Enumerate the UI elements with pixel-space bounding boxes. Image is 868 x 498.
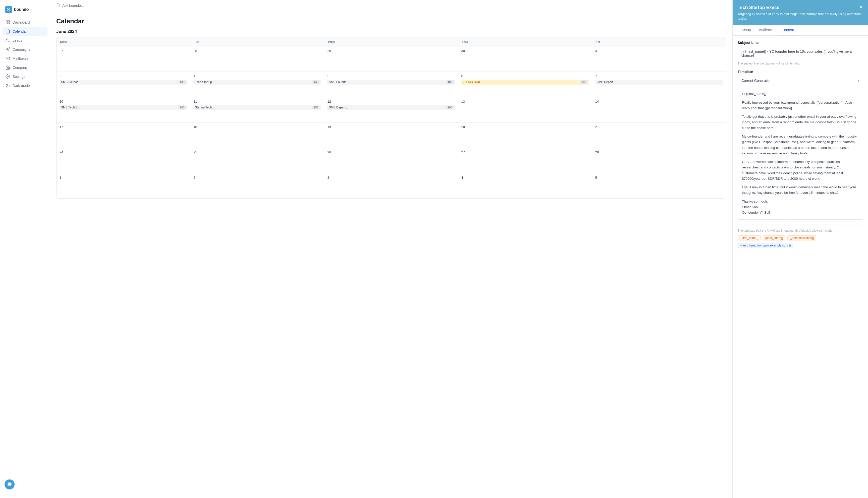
cell-date: 4: [193, 74, 321, 78]
chat-button[interactable]: [4, 480, 15, 489]
cell-date: 2: [193, 176, 321, 180]
tab-audience[interactable]: Audience: [755, 25, 778, 35]
cell-date: 25: [193, 150, 321, 154]
calendar-cell-3-4[interactable]: 21: [592, 122, 726, 148]
calendar-cell-2-0[interactable]: 10SMB Tech B...100: [56, 97, 190, 122]
calendar-cell-5-2[interactable]: 3: [324, 173, 458, 198]
sidebar-nav: Dashboard Calendar Leads Campaigns: [0, 18, 50, 475]
var-personalization[interactable]: {{personalization}}: [787, 235, 816, 240]
email-paragraph: I get if now is a bad time, but it would…: [742, 184, 859, 196]
cell-date: 3: [60, 74, 187, 78]
calendar-cell-2-2[interactable]: 12SMB Depart...100: [324, 97, 458, 122]
logo-text: boundo: [14, 7, 29, 12]
cell-date: 6: [462, 74, 589, 78]
sidebar-item-mailboxes[interactable]: Mailboxes: [2, 54, 48, 63]
calendar-event[interactable]: Startup Tech...150: [193, 105, 321, 110]
cell-date: 20: [462, 125, 589, 129]
cell-date: 12: [327, 100, 455, 103]
tab-setup[interactable]: Setup: [738, 25, 755, 35]
event-count: 143: [312, 80, 320, 84]
email-paragraph: Hi {{first_name}},: [742, 91, 859, 97]
search-input[interactable]: [62, 3, 113, 8]
svg-point-9: [7, 39, 8, 40]
calendar-cell-0-4[interactable]: 31: [592, 47, 726, 71]
calendar-cell-2-4[interactable]: 14: [592, 97, 726, 122]
cell-date: 5: [595, 176, 723, 180]
header-thu: Thu: [458, 37, 592, 46]
calendar-cell-3-3[interactable]: 20: [458, 122, 592, 148]
calendar-cell-0-2[interactable]: 29: [324, 47, 458, 71]
calendar-cell-4-1[interactable]: 25: [190, 148, 324, 173]
megaphone-icon: [5, 47, 10, 52]
cell-date: 4: [462, 176, 589, 180]
calendar-cell-5-0[interactable]: 1: [56, 173, 190, 198]
header-mon: Mon: [56, 37, 190, 46]
calendar-cell-4-4[interactable]: 28: [592, 148, 726, 173]
calendar-event[interactable]: ⚠ SMB Own...100: [462, 80, 589, 84]
calendar-event[interactable]: SMB Depart...: [595, 80, 723, 84]
sidebar-item-dashboard[interactable]: Dashboard: [2, 18, 48, 27]
calendar-cell-5-1[interactable]: 2: [190, 173, 324, 198]
logo: boundo: [0, 4, 50, 18]
subject-line-value[interactable]: hi {{first_name}} - YC founder here to 1…: [738, 47, 863, 60]
sidebar-item-leads[interactable]: Leads: [2, 36, 48, 45]
cell-date: 31: [595, 49, 723, 53]
calendar-cell-1-2[interactable]: 5SMB Founde...100: [324, 72, 458, 97]
sidebar-item-campaigns[interactable]: Campaigns: [2, 45, 48, 54]
sidebar-item-company[interactable]: Company: [2, 63, 48, 72]
calendar-cell-3-2[interactable]: 19: [324, 122, 458, 148]
calendar-event[interactable]: SMB Founde...100: [327, 80, 455, 84]
calendar-row-1: 3SMB Founde...1004Tech Startup...1435SMB…: [56, 72, 726, 97]
sidebar-item-darkmode[interactable]: Dark mode: [2, 81, 48, 90]
calendar-cell-3-0[interactable]: 17: [56, 122, 190, 148]
sidebar-item-calendar[interactable]: Calendar: [2, 27, 48, 36]
calendar-cell-3-1[interactable]: 18: [190, 122, 324, 148]
cell-date: 10: [60, 100, 187, 103]
calendar-cell-0-3[interactable]: 30: [458, 47, 592, 71]
calendar-cell-0-1[interactable]: 28: [190, 47, 324, 71]
sidebar-item-darkmode-label: Dark mode: [13, 83, 30, 88]
tab-content[interactable]: Content: [778, 25, 798, 35]
calendar-cell-4-3[interactable]: 27: [458, 148, 592, 173]
event-name: SMB Tech B...: [61, 106, 80, 109]
panel-close-button[interactable]: ✕: [858, 4, 864, 10]
calendar-cell-1-3[interactable]: 6⚠ SMB Own...100: [458, 72, 592, 97]
sidebar-item-settings[interactable]: Settings: [2, 72, 48, 81]
calendar-row-4: 2425262728: [56, 148, 726, 173]
calendar-cell-4-2[interactable]: 26: [324, 148, 458, 173]
moon-icon: [5, 83, 10, 88]
panel-subtitle: Targeting executives at early to mid sta…: [738, 12, 863, 21]
cell-date: 28: [595, 150, 723, 154]
calendar-body: 27282930313SMB Founde...1004Tech Startup…: [56, 47, 726, 198]
event-name: SMB Founde...: [61, 80, 81, 84]
var-last-name[interactable]: {{last_name}}: [763, 235, 785, 240]
var-text-link[interactable]: {{text: here, link: www.example.com }}: [738, 243, 793, 248]
warning-icon: ⚠: [463, 81, 465, 84]
calendar-cell-1-4[interactable]: 7SMB Depart...: [592, 72, 726, 97]
svg-point-10: [7, 76, 9, 77]
calendar-event[interactable]: SMB Tech B...100: [60, 105, 187, 110]
cell-date: 28: [193, 49, 321, 53]
calendar-cell-5-4[interactable]: 5: [592, 173, 726, 198]
calendar-cell-2-3[interactable]: 13: [458, 97, 592, 122]
calendar-event[interactable]: SMB Founde...100: [60, 80, 187, 84]
calendar-cell-5-3[interactable]: 4: [458, 173, 592, 198]
calendar-event[interactable]: Tech Startup...143: [193, 80, 321, 84]
template-select[interactable]: Current Generation ▾: [738, 76, 863, 86]
cell-date: 13: [462, 100, 589, 103]
calendar-event[interactable]: SMB Depart...100: [327, 105, 455, 110]
var-first-name[interactable]: {{first_name}}: [738, 235, 761, 240]
calendar-row-3: 1718192021: [56, 122, 726, 148]
subject-line-label: Subject Line: [738, 41, 863, 45]
event-count: 100: [446, 80, 453, 84]
calendar-cell-1-0[interactable]: 3SMB Founde...100: [56, 72, 190, 97]
calendar-cell-0-0[interactable]: 27: [56, 47, 190, 71]
calendar-row-5: 12345: [56, 173, 726, 198]
event-count: 150: [312, 106, 320, 109]
calendar-cell-1-1[interactable]: 4Tech Startup...143: [190, 72, 324, 97]
calendar-cell-2-1[interactable]: 11Startup Tech...150: [190, 97, 324, 122]
sidebar-item-dashboard-label: Dashboard: [13, 20, 30, 24]
svg-rect-1: [6, 21, 7, 22]
calendar-cell-4-0[interactable]: 24: [56, 148, 190, 173]
cell-date: 11: [193, 100, 321, 103]
